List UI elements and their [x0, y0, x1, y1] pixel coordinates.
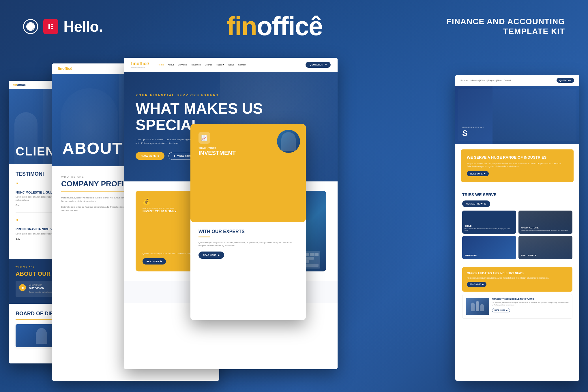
industries-hero: INDUSTRIES WE S	[455, 86, 579, 144]
news-card-yellow: OFFICE UPDATES AND INDUSTRY NEWS Risque …	[462, 267, 572, 292]
brand-title: finofficê	[227, 12, 323, 41]
news-card-text: Risque purus quisquam est ut amet. Adipi…	[467, 277, 568, 280]
news-white-read-more[interactable]: READ MORE ▶	[492, 308, 510, 312]
hr-read-more-button[interactable]: READ MORE ▶	[467, 171, 489, 176]
news-white-card: PRAESENT SED NIBH ELEIFEND TURPIS Elit t…	[462, 294, 572, 319]
svg-text:W: W	[29, 25, 32, 29]
svg-rect-5	[51, 26, 53, 27]
main-nav: finofficê a financial agency Home AboutS…	[124, 58, 338, 72]
experts-divider	[199, 237, 210, 237]
top-header: W Hello. finofficê FINANCE AND ACCOUNTIN…	[0, 12, 588, 41]
industry-tile-real-estate: REAL ESTATE	[518, 236, 572, 259]
industry-tile-manufacture: MANUFACTURE. Pellentesque pharetra nisi …	[518, 211, 572, 234]
svg-rect-4	[51, 24, 53, 25]
experts-text: Qui dolore ipsum quia dolor sit amet, co…	[199, 241, 298, 247]
hero-eyebrow: YOUR FINANCIAL SERVICES EXPERT	[136, 93, 326, 97]
track-investment-card: 📈 TRACK YOUR INVESTMENT WITH OUR EXPERTS…	[190, 124, 306, 320]
nav-tagline: a financial agency	[131, 66, 149, 68]
vision-icon: ◉	[19, 284, 26, 291]
wordpress-icon: W	[23, 19, 38, 34]
svg-rect-3	[48, 24, 50, 29]
hello-text: Hello.	[63, 18, 103, 35]
brand-fin: fin	[227, 12, 257, 41]
main-nav-links: Home AboutServicesIndustries ClientsPage…	[158, 63, 246, 66]
industries-serve: TRIES WE SERVE CONTACT NOW ⊞ OBILE Nulla…	[455, 188, 579, 267]
news-read-more-button[interactable]: READ MORE ▶	[467, 282, 486, 287]
industry-tile-mobile: OBILE Nullam lobortis, dolor est malesua…	[462, 211, 516, 234]
news-white-content: PRAESENT SED NIBH ELEIFEND TURPIS Elit t…	[492, 298, 569, 315]
header-left: W Hello.	[23, 18, 103, 35]
inv-read-more-button[interactable]: READ MORE ▶	[143, 258, 166, 265]
huge-range-card: WE SERVE A HUGE RANGE OF INDUSTRIES Risq…	[461, 149, 574, 182]
right-nav-links: Services | Industries | Clients | Pages …	[460, 79, 511, 82]
right-mockup: Services | Industries | Clients | Pages …	[455, 75, 579, 381]
main-nav-cta[interactable]: QUOTATION ✉	[306, 62, 331, 68]
news-card-title: OFFICE UPDATES AND INDUSTRY NEWS	[467, 272, 568, 275]
industries-hero-eyebrow: INDUSTRIES WE	[462, 126, 572, 129]
industry-grid: OBILE Nullam lobortis, dolor est malesua…	[462, 211, 572, 259]
brand-office: officê	[257, 12, 323, 41]
experts-title: WITH OUR EXPERTS	[199, 229, 298, 234]
template-kit-label: FINANCE AND ACCOUNTING TEMPLATE KIT	[447, 17, 565, 36]
svg-rect-6	[51, 28, 53, 29]
elementor-icon	[43, 19, 58, 34]
news-white-text: Elit tincidunt, sit id iaculis volutpat.…	[492, 301, 569, 306]
industry-tile-automobile: AUTOMOBI...	[462, 236, 516, 259]
track-card-yellow: 📈 TRACK YOUR INVESTMENT	[190, 124, 306, 222]
experts-section: WITH OUR EXPERTS Qui dolore ipsum quia d…	[190, 222, 306, 320]
industries-hero-title: S	[462, 129, 572, 138]
header-right: FINANCE AND ACCOUNTING TEMPLATE KIT	[447, 17, 565, 36]
right-nav-cta[interactable]: QUOTATION	[557, 78, 574, 83]
mockups-container: finofficê HomeAboutServicesIndustries CL…	[0, 58, 588, 392]
industries-serve-title: TRIES WE SERVE	[462, 192, 572, 197]
contact-now-button[interactable]: CONTACT NOW ⊞	[462, 200, 490, 207]
hr-title: WE SERVE A HUGE RANGE OF INDUSTRIES	[467, 155, 568, 160]
main-nav-logo: finofficê a financial agency	[131, 61, 149, 68]
experts-read-more-button[interactable]: READ MORE ▶	[199, 252, 224, 259]
about-logo: finofficê	[58, 66, 72, 71]
news-white-image	[466, 298, 489, 315]
right-nav: Services | Industries | Clients | Pages …	[455, 75, 579, 86]
track-card-image	[277, 130, 300, 153]
chart-icon: 📈	[199, 132, 210, 144]
news-white-title: PRAESENT SED NIBH ELEIFEND TURPIS	[492, 298, 569, 300]
know-more-button[interactable]: KNOW MORE ⊞	[136, 152, 164, 160]
hr-text: Risque purus quisquam est, adipisam quis…	[467, 162, 568, 168]
news-section: OFFICE UPDATES AND INDUSTRY NEWS Risque …	[455, 267, 579, 323]
clients-logo: finofficê	[13, 83, 26, 87]
